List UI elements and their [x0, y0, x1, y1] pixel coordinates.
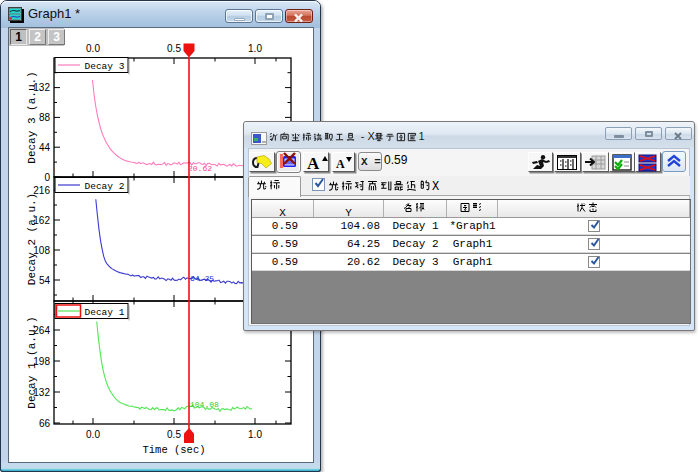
svg-text:0.5: 0.5 [167, 429, 181, 440]
svg-text:-: - [361, 132, 365, 142]
svg-text:Decay 3: Decay 3 [85, 61, 125, 72]
svg-text:Decay 1 (a.u.): Decay 1 (a.u.) [26, 316, 38, 408]
svg-text:Decay 2 (a.u.): Decay 2 (a.u.) [26, 193, 38, 285]
svg-text:1.0: 1.0 [248, 429, 262, 440]
svg-text:66: 66 [39, 418, 51, 429]
svg-text:0: 0 [44, 172, 50, 183]
svg-text:64.25: 64.25 [190, 274, 214, 283]
svg-text:1.0: 1.0 [248, 43, 262, 54]
svg-text:54: 54 [39, 275, 51, 286]
svg-text:0.0: 0.0 [86, 43, 100, 54]
svg-text:X =: X = [361, 156, 381, 168]
svg-text:88: 88 [39, 112, 51, 123]
svg-text:0.5: 0.5 [167, 43, 181, 54]
svg-text:Decay 2: Decay 2 [85, 181, 125, 192]
svg-text:104.08: 104.08 [190, 400, 219, 409]
svg-text:X: X [432, 180, 439, 194]
svg-text:Decay 3 (a.u.): Decay 3 (a.u.) [26, 71, 38, 163]
svg-text:1: 1 [418, 132, 424, 142]
svg-text:Decay 1: Decay 1 [85, 307, 125, 318]
svg-text:Time (sec): Time (sec) [142, 444, 205, 456]
svg-text:X: X [368, 132, 376, 142]
svg-text:0.0: 0.0 [86, 429, 100, 440]
svg-text:20.62: 20.62 [188, 164, 212, 173]
svg-text:A: A [336, 157, 345, 171]
svg-text:44: 44 [39, 142, 51, 153]
svg-text:A: A [307, 154, 320, 172]
